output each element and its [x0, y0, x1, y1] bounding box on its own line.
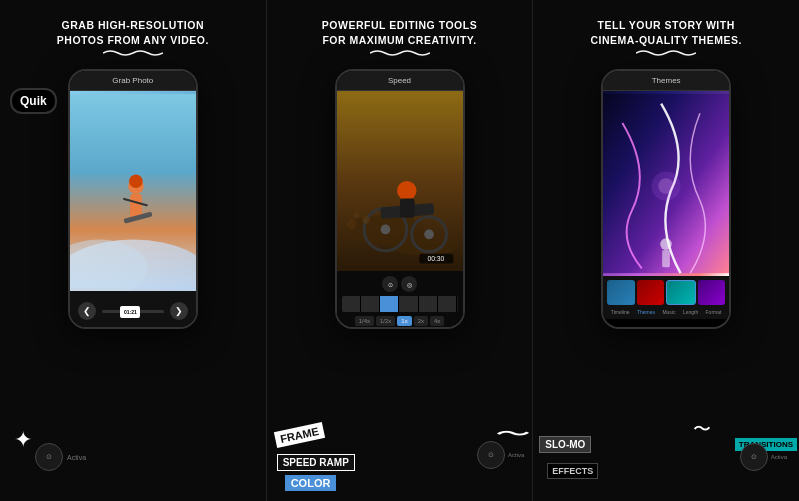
theme-thumbnails [607, 280, 725, 305]
camera-icon: ⊙ [382, 276, 398, 292]
frame-3-active [380, 296, 399, 312]
svg-point-19 [353, 212, 359, 218]
main-container: Quik GRAB HIGH-RESOLUTION PHOTOS FROM AN… [0, 0, 799, 501]
phone2-controls: ⊙ ◎ 1/4x 1/2x 1x 2 [337, 271, 463, 327]
svg-rect-27 [662, 250, 670, 267]
phone-mockup-1: Grab Photo [68, 69, 198, 329]
svg-rect-4 [130, 194, 142, 218]
right-arrow-icon: ❯ [175, 306, 183, 316]
svg-point-25 [658, 179, 674, 195]
panel-themes: TELL YOUR STORY WITH CINEMA-QUALITY THEM… [533, 0, 799, 501]
theme-glitch[interactable] [637, 280, 665, 305]
phone3-image [603, 91, 729, 276]
slomo-sticker: SLO-MO [539, 436, 591, 453]
star-icon-1: ✦ [14, 427, 32, 453]
theme-nav: Timeline Themes Music Length Format [607, 309, 725, 315]
color-sticker: COLOR [285, 475, 337, 491]
speed-btn-quarter[interactable]: 1/4x [355, 316, 374, 326]
frame-2 [361, 296, 380, 312]
theme-nav-themes[interactable]: Themes [637, 309, 655, 315]
panel1-bottom-overlay: ✦ ⊙ Activa [0, 416, 266, 501]
svg-point-20 [346, 220, 356, 230]
activate-text-3: Activa [771, 454, 787, 460]
phone1-image [70, 91, 196, 291]
phone-screen-3: Themes [603, 71, 729, 327]
phone1-controls: ❮ 01:21 ❯ [70, 291, 196, 327]
frame-sticker: FRAME [274, 422, 325, 448]
phone-mockup-3: Themes [601, 69, 731, 329]
svg-rect-17 [400, 199, 415, 218]
wavy-underline-3 [636, 49, 696, 57]
badge-circle-1: ⊙ [35, 443, 63, 471]
speed-btn-1x[interactable]: 1x [397, 316, 411, 326]
badge-circle-2: ⊙ [477, 441, 505, 469]
timeline-bar: 01:21 [102, 310, 164, 313]
svg-point-26 [660, 239, 672, 251]
phone-screen-1: Grab Photo [70, 71, 196, 327]
light-trails-scene [603, 91, 729, 276]
phone2-image: 00:30 [337, 91, 463, 271]
theme-nav-length[interactable]: Length [683, 309, 698, 315]
svg-point-7 [129, 175, 143, 189]
timeline-thumb[interactable]: 01:21 [120, 306, 140, 318]
phone3-header: Themes [603, 71, 729, 91]
svg-point-14 [424, 230, 434, 240]
frame-5 [419, 296, 438, 312]
phone-screen-2: Speed [337, 71, 463, 327]
frame-1 [342, 296, 361, 312]
phone3-bottom: Timeline Themes Music Length Format [603, 276, 729, 319]
wave-icon-3: 〜 [693, 417, 711, 441]
speed-btn-2x[interactable]: 2x [414, 316, 428, 326]
activate-badge-1: ⊙ Activa [35, 443, 86, 471]
wavy-underline-1 [103, 49, 163, 57]
snowboarder-scene [70, 91, 196, 291]
bike-scene: 00:30 [337, 91, 463, 271]
theme-purple[interactable] [698, 280, 726, 305]
left-arrow-icon: ❮ [83, 306, 91, 316]
theme-nav-format[interactable]: Format [706, 309, 722, 315]
theme-teal-active[interactable] [666, 280, 696, 305]
panel2-bottom-overlay: FRAME SPEED RAMP COLOR 〜 ⊙ Activa [267, 416, 533, 501]
theme-travel[interactable] [607, 280, 635, 305]
badge-circle-3: ⊙ [740, 443, 768, 471]
frame-6 [438, 296, 457, 312]
wavy-underline-2 [370, 49, 430, 57]
next-arrow[interactable]: ❯ [170, 302, 188, 320]
activate-text-1: Activa [67, 454, 86, 461]
speed-ramp-sticker: SPEED RAMP [277, 454, 355, 471]
speed-btn-4x[interactable]: 4x [430, 316, 444, 326]
dial-icon: ◎ [401, 276, 417, 292]
prev-arrow[interactable]: ❮ [78, 302, 96, 320]
panel3-bottom-overlay: SLO-MO EFFECTS TRANSITIONS 〜 ⊙ Activa [533, 416, 799, 501]
panel-grab-photo: GRAB HIGH-RESOLUTION PHOTOS FROM ANY VID… [0, 0, 267, 501]
frame-4 [399, 296, 418, 312]
phone1-header: Grab Photo [70, 71, 196, 91]
quik-logo: Quik [10, 88, 57, 114]
speed-icons-row: ⊙ ◎ [342, 276, 458, 292]
svg-point-16 [397, 181, 416, 200]
phone2-header: Speed [337, 71, 463, 91]
theme-nav-timeline[interactable]: Timeline [611, 309, 630, 315]
svg-text:00:30: 00:30 [427, 256, 444, 263]
svg-point-18 [362, 216, 370, 224]
panel-speed: POWERFUL EDITING TOOLS FOR MAXIMUM CREAT… [267, 0, 534, 501]
phone-mockup-2: Speed [335, 69, 465, 329]
effects-sticker: EFFECTS [547, 463, 598, 479]
activate-badge-2: ⊙ Activa [477, 441, 524, 469]
panel2-title: POWERFUL EDITING TOOLS FOR MAXIMUM CREAT… [322, 18, 477, 57]
activate-badge-3: ⊙ Activa [740, 443, 787, 471]
panel1-title: GRAB HIGH-RESOLUTION PHOTOS FROM ANY VID… [57, 18, 209, 57]
theme-nav-music[interactable]: Music [662, 309, 675, 315]
activate-text-2: Activa [508, 452, 524, 458]
speed-buttons-row: 1/4x 1/2x 1x 2x 4x [342, 316, 458, 326]
svg-point-12 [380, 225, 390, 235]
panel3-title: TELL YOUR STORY WITH CINEMA-QUALITY THEM… [590, 18, 741, 57]
speed-btn-half[interactable]: 1/2x [376, 316, 395, 326]
filmstrip [342, 296, 458, 312]
